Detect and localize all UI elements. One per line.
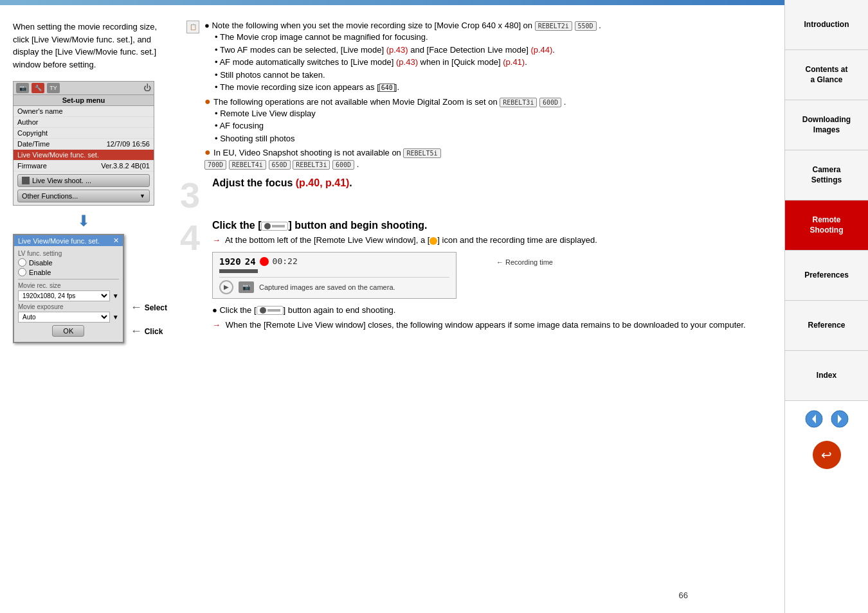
lv-disable-radio[interactable]: Disable [18,258,119,267]
sidebar-item-preferences[interactable]: Preferences [785,251,868,301]
650d-badge: 650D [269,160,291,170]
click-annotation: ← Click [131,324,167,338]
note-icon: 📋 [186,21,199,33]
step-4-title: Click the [] button and begin shooting. [212,220,772,231]
sidebar-nav-arrows [785,401,868,437]
rec-size-1920: 1920 [219,256,241,267]
rec-btn-inline [261,222,288,231]
camera-return-icon-wrapper: ↩ [785,437,868,473]
tab-extra-icon: TY [47,83,60,93]
cam-icon: 📷 [239,281,254,293]
rec-time: 00:22 [273,256,298,266]
rec-bar-step4b [267,309,280,312]
sidebar-item-introduction[interactable]: Introduction [785,0,868,50]
note-1: 📋 ● Note the following when you set the … [186,21,772,94]
lv-dialog-close-btn[interactable]: ✕ [113,236,119,245]
tab-camera-icon: 📷 [16,83,29,93]
other-functions-btn[interactable]: Other Functions... ▼ [17,190,150,202]
menu-row-datetime: Date/Time12/7/09 16:56 [14,139,154,150]
rebelt4i-badge: REBELT4i [229,160,266,170]
notes-section: 📋 ● Note the following when you set the … [180,21,772,170]
tab-wrench-icon: 🔧 [32,83,44,93]
rebelt3i-badge2: REBELT3i [293,160,330,170]
camera-menu-tabs: 📷 🔧 TY ⏻ [14,82,154,95]
rebelt5i-badge: REBELT5i [403,148,440,158]
rec-dot-step4 [264,223,271,229]
menu-row-owner: Owner's name [14,106,154,117]
lv-dialog-title: Live View/Movie func. set. ✕ [14,235,123,246]
sidebar-item-contents[interactable]: Contents ata Glance [785,50,868,100]
600d-badge2: 600D [332,160,354,170]
rec-dot [260,257,269,266]
step-3-title: Adjust the focus (p.40, p.41). [212,177,772,189]
step-3-number: 3 [180,177,206,213]
lv-divider [18,279,119,280]
camera-menu-screenshot: 📷 🔧 TY ⏻ Set-up menu Owner's name Author… [13,81,154,206]
lv-dialog: Live View/Movie func. set. ✕ LV func. se… [13,234,124,343]
select-annotation: ← Select [131,301,167,314]
step-4-content: Click the [] button and begin shooting. … [212,220,772,332]
record-top-row: 1920 24 00:22 [219,256,449,267]
recording-time-label: ← Recording time [496,258,553,266]
menu-title: Set-up menu [14,95,154,106]
menu-row-author: Author [14,117,154,128]
menu-row-copyright: Copyright [14,128,154,139]
lv-enable-radio[interactable]: Enable [18,268,119,276]
sidebar-item-camera-settings[interactable]: CameraSettings [785,150,868,200]
550d-badge: 550D [575,21,597,31]
intro-text: When setting the movie recording size, c… [13,21,167,71]
lv-ok-button[interactable]: OK [52,325,84,337]
lv-dialog-body: LV func. setting Disable Enable Movie re… [14,246,123,342]
700d-badge: 700D [204,160,226,170]
rebelt2i-badge: REBELT2i [535,21,572,31]
record-display: 1920 24 00:22 ▶ 📷 Captured images are sa… [212,252,457,299]
menu-row-firmware: FirmwareVer.3.8.2 4B(01 [14,161,154,172]
live-view-icon [22,177,30,184]
sidebar: Introduction Contents ata Glance Downloa… [784,0,868,613]
rec-dot-step4b [260,307,266,314]
rec-btn-inline-2 [257,306,284,315]
step-4-number: 4 [180,220,206,256]
step-4: 4 Click the [] button and begin shooting… [180,220,772,332]
step-3-content: Adjust the focus (p.40, p.41). [212,177,772,191]
menu-row-lv: Live View/Movie func. set. [14,150,154,161]
lv-exposure-select-row: Auto ▼ [18,312,119,323]
lv-movie-rec-select-row: 1920x1080, 24 fps ▼ [18,290,119,301]
page-number: 66 [679,591,688,600]
saved-text: Captured images are saved on the camera. [259,283,395,291]
sidebar-item-downloading[interactable]: DownloadingImages [785,100,868,150]
movie-exposure-select[interactable]: Auto [18,312,110,323]
record-bottom-row: ▶ 📷 Captured images are saved on the cam… [219,277,449,294]
sidebar-item-index[interactable]: Index [785,351,868,401]
right-column: 📋 ● Note the following when you set the … [180,21,772,343]
arrow-down-indicator: ⬇ [13,212,154,230]
play-icon: ▶ [219,280,233,294]
camera-return-icon: ↩ [813,441,841,469]
rec-bar-step4 [272,225,285,227]
movie-rec-select[interactable]: 1920x1080, 24 fps [18,290,110,301]
rebelt3i-badge: REBELT3i [500,98,537,107]
note-2: ● The following operations are not avail… [186,96,772,145]
record-bar [219,269,258,273]
rec-size-24: 24 [245,256,256,267]
note-3: ● In EU, Video Snapshot shooting is not … [186,147,772,170]
sidebar-item-remote-shooting[interactable]: RemoteShooting [785,200,868,251]
tab-power-icon: ⏻ [143,84,151,93]
menu-buttons: Live View shoot. ... Other Functions... … [14,172,154,205]
sidebar-item-reference[interactable]: Reference [785,301,868,351]
top-bar [0,0,784,5]
next-page-button[interactable] [828,407,851,431]
left-column: When setting the movie recording size, c… [13,21,167,343]
prev-page-button[interactable] [802,407,826,431]
live-view-shoot-btn[interactable]: Live View shoot. ... [17,174,150,187]
recording-display-wrapper: 1920 24 00:22 ▶ 📷 Captured images are sa… [212,252,482,299]
600d-badge: 600D [539,98,561,107]
step-3: 3 Adjust the focus (p.40, p.41). [180,177,772,213]
